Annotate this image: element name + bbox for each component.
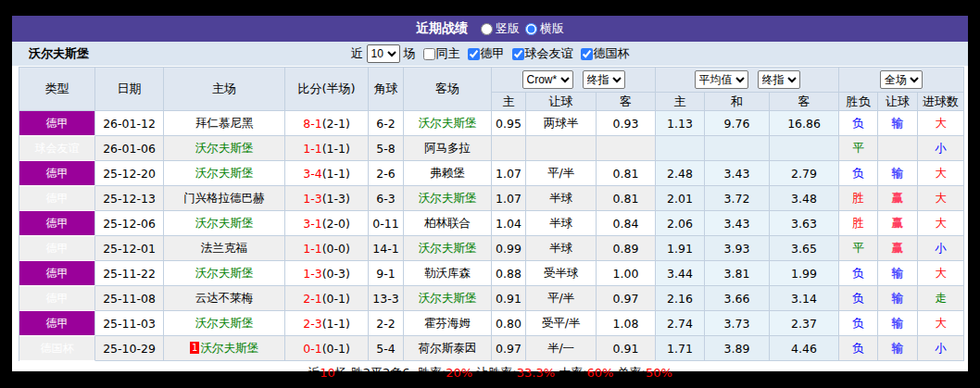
horizontal-radio[interactable] [525, 23, 537, 35]
average-select[interactable]: 平均值 [695, 70, 748, 89]
avg-away-cell [770, 136, 839, 161]
handicap-result-cell: 输 [878, 111, 918, 136]
type-badge: 德甲 [19, 186, 95, 211]
result-cell: 负 [839, 336, 878, 361]
date-cell: 25-12-20 [95, 161, 164, 186]
same-home-checkbox[interactable] [423, 48, 435, 60]
odds-away-cell: 0.84 [597, 211, 656, 236]
away-team-cell: 弗赖堡 [404, 161, 492, 186]
score-cell: 1-3(0-3) [285, 261, 369, 286]
layout-horizontal-option[interactable]: 横版 [525, 20, 564, 37]
handicap-cell: 半球 [526, 211, 597, 236]
handicap-cell: 两球半 [526, 111, 597, 136]
type-badge: 球会友谊 [19, 136, 95, 161]
type-badge: 德甲 [19, 261, 95, 286]
result-cell: 负 [839, 261, 878, 286]
result-cell: 负 [839, 161, 878, 186]
home-team-cell: 沃尔夫斯堡 [164, 311, 285, 336]
avg-away-cell: 1.99 [770, 261, 839, 286]
odds-source-select[interactable]: Crow* [522, 70, 573, 89]
goals-cell: 小 [918, 136, 964, 161]
sub-header-handicap: 让球 [526, 93, 597, 111]
red-card-badge: 1 [190, 342, 199, 354]
avg-draw-cell: 3.81 [705, 261, 770, 286]
type-badge: 德甲 [19, 311, 95, 336]
summary-segment: 20% [446, 366, 472, 380]
goals-cell: 大 [918, 186, 964, 211]
odds-away-cell: 0.81 [597, 161, 656, 186]
odds-home-cell: 0.97 [492, 336, 526, 361]
avg-home-cell [656, 136, 705, 161]
match-row: 德甲25-11-22沃尔夫斯堡1-3(0-3)9-1勒沃库森0.88受半球1.0… [19, 261, 964, 286]
type-badge: 德甲 [19, 236, 95, 261]
odds-time-select-2[interactable]: 终指 [758, 70, 800, 89]
goals-cell: 大 [918, 261, 964, 286]
dfb-pokal-checkbox[interactable] [581, 48, 593, 60]
matches-label: 场 [404, 45, 416, 62]
corner-cell: 2-6 [369, 161, 404, 186]
summary-segment: 单率: [613, 366, 646, 380]
sub-header-result: 胜负 [839, 93, 878, 111]
date-cell: 25-12-13 [95, 186, 164, 211]
corner-cell: 5-8 [369, 136, 404, 161]
handicap-result-cell: 赢 [878, 186, 918, 211]
scope-select[interactable]: 全场 [880, 70, 923, 89]
score-cell: 1-1(1-1) [285, 136, 369, 161]
avg-draw-cell: 3.66 [705, 286, 770, 311]
home-team-cell: 沃尔夫斯堡 [164, 161, 285, 186]
avg-draw-cell: 3.43 [705, 211, 770, 236]
vertical-radio[interactable] [481, 23, 493, 35]
avg-draw-cell: 3.73 [705, 311, 770, 336]
club-friendly-checkbox[interactable] [512, 48, 524, 60]
summary-segment: 大率: [555, 366, 587, 380]
odds-home-cell: 1.04 [492, 211, 526, 236]
corner-cell: 13-3 [369, 286, 404, 311]
corner-cell: 6-3 [369, 186, 404, 211]
away-team-cell: 荷尔斯泰因 [404, 336, 492, 361]
handicap-cell: 平/半 [526, 286, 597, 311]
home-team-cell: 云达不莱梅 [164, 286, 285, 311]
sub-header-away-odds: 客 [597, 93, 656, 111]
odds-away-cell: 0.81 [597, 186, 656, 211]
sub-header-avg-draw: 和 [705, 93, 770, 111]
avg-draw-cell: 3.89 [705, 336, 770, 361]
summary-segment: 60% [587, 366, 614, 380]
home-team-cell: 拜仁慕尼黑 [164, 111, 285, 136]
summary-segment: 近 [308, 366, 320, 380]
avg-draw-cell: 3.72 [705, 186, 770, 211]
goals-cell: 大 [918, 161, 964, 186]
layout-vertical-option[interactable]: 竖版 [481, 20, 520, 37]
avg-home-cell: 3.44 [656, 261, 705, 286]
near-label: 近 [351, 45, 363, 62]
odds-home-cell: 0.91 [492, 286, 526, 311]
away-team-cell: 霍芬海姆 [404, 311, 492, 336]
date-cell: 26-01-12 [95, 111, 164, 136]
match-row: 德甲25-12-01法兰克福1-1(0-0)14-1沃尔夫斯堡0.99半球0.8… [19, 236, 964, 261]
score-cell: 1-3(1-3) [285, 186, 369, 211]
sub-header-goals: 进球数 [918, 93, 964, 111]
away-team-cell: 沃尔夫斯堡 [404, 111, 492, 136]
filter-bundesliga[interactable]: 德甲 [464, 45, 505, 62]
odds-away-cell: 0.97 [597, 286, 656, 311]
match-count-select[interactable]: 10 [367, 44, 400, 63]
avg-home-cell: 2.48 [656, 161, 705, 186]
date-cell: 25-11-08 [95, 286, 164, 311]
avg-away-cell: 3.63 [770, 211, 839, 236]
goals-cell: 大 [918, 311, 964, 336]
bundesliga-checkbox[interactable] [468, 48, 480, 60]
odds-time-select-1[interactable]: 终指 [583, 70, 625, 89]
odds-away-cell: 0.93 [597, 111, 656, 136]
filter-same-home[interactable]: 同主 [420, 45, 460, 62]
filter-bar: 沃尔夫斯堡 近 10 场 同主 德甲 球会友谊 德国杯 [12, 42, 968, 66]
filter-club-friendly[interactable]: 球会友谊 [509, 45, 573, 62]
avg-draw-cell: 9.76 [705, 111, 770, 136]
result-cell: 负 [839, 311, 878, 336]
result-cell: 平 [839, 136, 878, 161]
odds-home-cell: 0.99 [492, 236, 526, 261]
col-header-date: 日期 [95, 68, 164, 111]
match-row: 德甲25-11-03沃尔夫斯堡2-3(1-1)2-2霍芬海姆0.80受平/半1.… [19, 311, 964, 336]
filter-dfb-pokal[interactable]: 德国杯 [577, 45, 630, 62]
vertical-radio-label: 竖版 [496, 20, 520, 37]
goals-cell: 大 [918, 211, 964, 236]
goals-cell: 大 [918, 111, 964, 136]
